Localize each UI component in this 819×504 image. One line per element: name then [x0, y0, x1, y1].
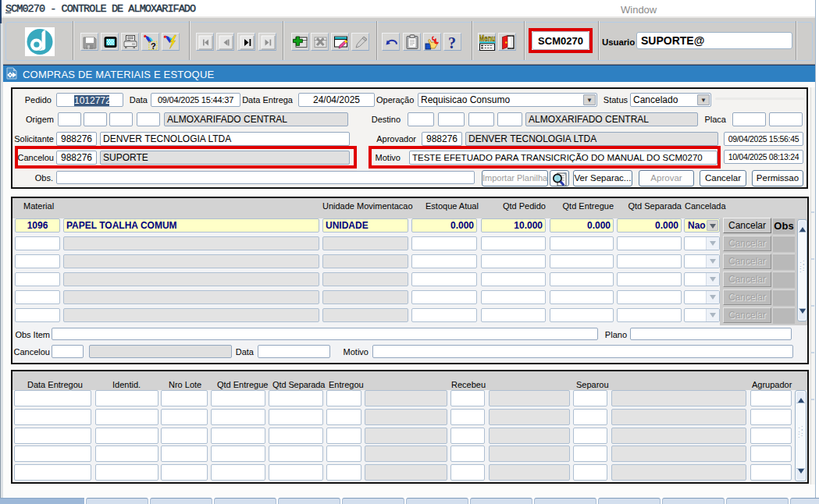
- svg-text:?: ?: [448, 34, 456, 51]
- svg-text:Menu: Menu: [479, 34, 496, 43]
- svg-text:?: ?: [151, 41, 156, 51]
